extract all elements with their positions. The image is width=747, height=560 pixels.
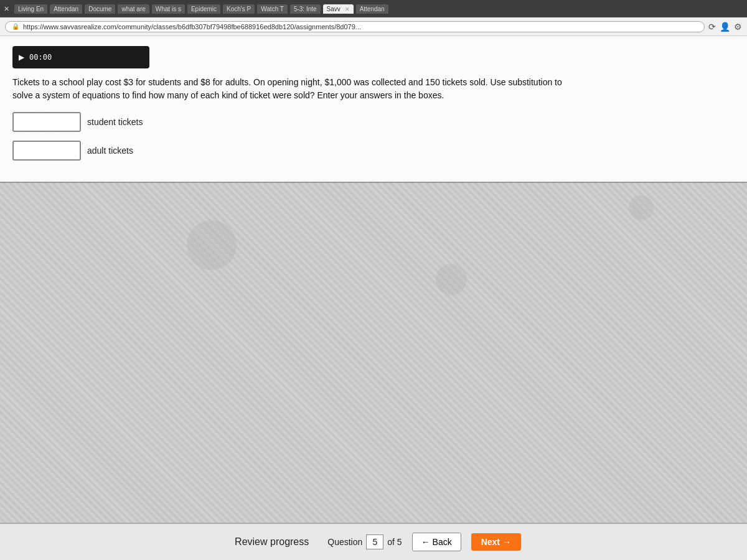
tab-kochs[interactable]: Koch's P [223, 4, 255, 14]
reload-icon[interactable]: ⟳ [708, 22, 716, 32]
video-time: 00:00 [29, 53, 52, 62]
tab-what-are[interactable]: what are [118, 4, 149, 14]
question-indicator: Question 5 of 5 [327, 534, 402, 549]
question-number: 5 [366, 534, 383, 549]
tab-savv[interactable]: Savv ✕ [323, 4, 354, 14]
main-content: ▶ 00:00 Tickets to a school play cost $3… [0, 36, 747, 523]
tab-5-3-inte[interactable]: 5-3: Inte [290, 4, 321, 14]
student-tickets-input[interactable] [12, 112, 81, 132]
tab-attendan2[interactable]: Attendan [356, 4, 388, 14]
tab-watch[interactable]: Watch T [257, 4, 288, 14]
of-label: of 5 [387, 537, 402, 547]
url-text: https://www.savvasrealize.com/community/… [23, 23, 361, 30]
address-bar-row: 🔒 https://www.savvasrealize.com/communit… [0, 17, 747, 36]
adult-tickets-label: adult tickets [87, 146, 133, 156]
address-bar[interactable]: 🔒 https://www.savvasrealize.com/communit… [5, 21, 705, 32]
student-input-row: student tickets [12, 112, 735, 132]
menu-icon[interactable]: ⚙ [734, 22, 742, 32]
close-tab-icon[interactable]: ✕ [345, 6, 350, 12]
lock-icon: 🔒 [12, 23, 19, 30]
bottom-bar: Review progress Question 5 of 5 ← Back N… [0, 523, 747, 560]
review-progress-button[interactable]: Review progress [226, 531, 317, 553]
student-tickets-label: student tickets [87, 117, 143, 127]
play-icon[interactable]: ▶ [19, 53, 24, 62]
decorative-spot [436, 264, 467, 295]
nav-icons: ⟳ 👤 ⚙ [708, 22, 742, 32]
question-panel: ▶ 00:00 Tickets to a school play cost $3… [0, 36, 747, 183]
adult-input-row: adult tickets [12, 141, 735, 161]
tab-what-is[interactable]: What is s [152, 4, 185, 14]
next-button[interactable]: Next → [471, 533, 521, 551]
profile-icon[interactable]: 👤 [720, 22, 730, 32]
question-text: Tickets to a school play cost $3 for stu… [12, 76, 573, 102]
decorative-spot [629, 195, 654, 220]
tab-living-en[interactable]: Living En [14, 4, 47, 14]
tab-docume[interactable]: Docume [85, 4, 115, 14]
back-button[interactable]: ← Back [412, 533, 461, 551]
tab-attendan1[interactable]: Attendan [50, 4, 82, 14]
browser-tabs: ✕ Living En Attendan Docume what are Wha… [0, 0, 747, 17]
question-label: Question [327, 537, 362, 547]
adult-tickets-input[interactable] [12, 141, 81, 161]
decorative-spot [187, 220, 237, 270]
tab-epidemic[interactable]: Epidemic [187, 4, 220, 14]
video-player[interactable]: ▶ 00:00 [12, 46, 149, 68]
close-icon[interactable]: ✕ [4, 5, 9, 13]
